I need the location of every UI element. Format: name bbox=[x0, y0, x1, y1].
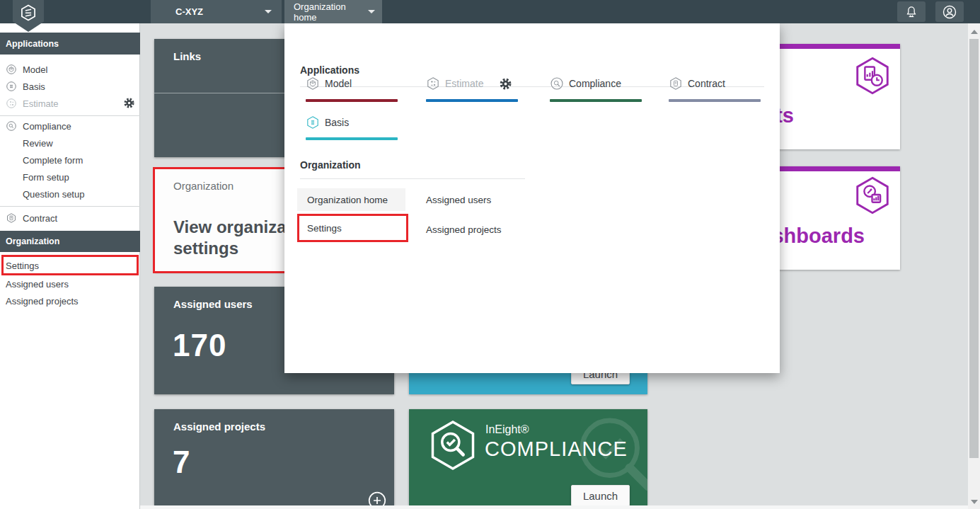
notifications-button[interactable] bbox=[897, 1, 926, 22]
sidebar-item-compliance[interactable]: Compliance bbox=[0, 118, 140, 135]
sidebar-item-estimate[interactable]: Estimate bbox=[0, 95, 140, 112]
plus-icon bbox=[368, 491, 386, 505]
panel-divider bbox=[300, 178, 525, 179]
panel-app-model[interactable]: Model bbox=[306, 74, 412, 93]
organization-home-menu-button[interactable]: Organization home bbox=[284, 0, 382, 23]
links-tile-title: Links bbox=[173, 50, 201, 62]
compliance-hex-icon bbox=[426, 418, 480, 473]
sidebar-item-label: Settings bbox=[6, 261, 39, 271]
contract-icon bbox=[669, 76, 683, 91]
navigation-menu-panel: Applications Model Estimate Compliance bbox=[284, 23, 780, 373]
sidebar-item-label: Estimate bbox=[23, 98, 59, 109]
horizontal-scrollbar-track[interactable] bbox=[140, 505, 968, 509]
sidebar-item-form-setup[interactable]: Form setup bbox=[0, 168, 140, 185]
sidebar-item-basis[interactable]: Basis bbox=[0, 78, 140, 95]
compliance-app-tile: InEight® COMPLIANCE Launch bbox=[409, 409, 647, 505]
model-icon bbox=[306, 76, 320, 91]
sidebar-item-assigned-users[interactable]: Assigned users bbox=[0, 276, 140, 292]
sidebar-item-label: Model bbox=[23, 64, 47, 75]
sidebar-divider bbox=[0, 115, 140, 116]
sidebar-organization-header: Organization bbox=[0, 231, 140, 252]
sidebar-item-assigned-projects[interactable]: Assigned projects bbox=[0, 293, 140, 309]
basis-icon bbox=[6, 81, 17, 92]
model-icon bbox=[6, 64, 17, 75]
sidebar-item-review[interactable]: Review bbox=[0, 135, 140, 151]
compliance-icon bbox=[6, 120, 17, 132]
sidebar-item-model[interactable]: Model bbox=[0, 61, 140, 78]
sidebar-item-label: Contract bbox=[23, 213, 57, 224]
ineight-logo-icon bbox=[19, 4, 38, 22]
organization-selector-value: C-XYZ bbox=[175, 6, 203, 17]
sidebar-item-label: Compliance bbox=[23, 121, 71, 132]
sidebar-item-settings[interactable]: Settings bbox=[0, 258, 140, 273]
gear-icon[interactable] bbox=[499, 77, 512, 91]
basis-icon bbox=[306, 115, 320, 130]
sidebar-item-label: Assigned users bbox=[6, 279, 69, 290]
model-underline bbox=[306, 99, 398, 102]
sidebar-item-label: Question setup bbox=[23, 189, 84, 200]
sidebar-item-label: Basis bbox=[23, 81, 45, 92]
panel-link-assigned-users[interactable]: Assigned users bbox=[426, 194, 491, 205]
account-button[interactable] bbox=[935, 1, 964, 22]
compliance-brand: InEight® bbox=[485, 423, 529, 436]
assigned-users-count: 170 bbox=[173, 328, 226, 363]
add-project-button[interactable] bbox=[368, 491, 386, 505]
contract-icon bbox=[6, 212, 17, 224]
estimate-icon bbox=[426, 76, 440, 91]
sidebar-item-label: Form setup bbox=[23, 172, 69, 183]
panel-app-label: Compliance bbox=[569, 78, 621, 89]
assigned-projects-tile: Assigned projects 7 bbox=[154, 409, 394, 505]
compliance-icon bbox=[550, 76, 564, 91]
basis-underline bbox=[306, 137, 398, 140]
vertical-scrollbar-thumb[interactable] bbox=[969, 39, 979, 458]
compliance-underline bbox=[550, 99, 642, 102]
panel-app-label: Model bbox=[325, 78, 352, 89]
assigned-projects-count: 7 bbox=[173, 445, 190, 480]
panel-organization-title: Organization bbox=[300, 159, 361, 171]
dashboards-icon bbox=[852, 175, 893, 216]
bell-icon bbox=[904, 5, 918, 19]
organization-tile-title: Organization bbox=[173, 180, 234, 192]
profile-icon bbox=[942, 4, 957, 20]
panel-link-organization-home[interactable]: Organization home bbox=[297, 188, 405, 211]
sidebar: Applications Model Basis Estimate bbox=[0, 23, 140, 509]
compliance-name: COMPLIANCE bbox=[485, 437, 628, 461]
panel-app-label: Estimate bbox=[445, 78, 483, 89]
panel-app-basis[interactable]: Basis bbox=[306, 113, 412, 132]
sidebar-item-label: Review bbox=[23, 138, 53, 149]
sidebar-item-complete-form[interactable]: Complete form bbox=[0, 151, 140, 168]
panel-app-label: Basis bbox=[325, 117, 349, 128]
sidebar-item-label: Assigned projects bbox=[6, 296, 79, 307]
scroll-down-arrow[interactable] bbox=[971, 500, 978, 504]
panel-app-compliance[interactable]: Compliance bbox=[550, 74, 656, 93]
panel-link-settings[interactable]: Settings bbox=[297, 214, 408, 242]
contract-underline bbox=[669, 99, 761, 102]
sidebar-item-contract[interactable]: Contract bbox=[0, 210, 140, 227]
sidebar-applications-header: Applications bbox=[0, 33, 140, 55]
panel-app-contract[interactable]: Contract bbox=[669, 74, 775, 93]
panel-link-assigned-projects[interactable]: Assigned projects bbox=[426, 224, 502, 235]
estimate-underline bbox=[426, 99, 518, 102]
scroll-up-arrow[interactable] bbox=[971, 30, 978, 34]
reports-icon bbox=[852, 55, 893, 96]
gear-icon[interactable] bbox=[123, 97, 135, 109]
chevron-down-icon bbox=[368, 10, 375, 13]
panel-app-estimate[interactable]: Estimate bbox=[426, 74, 539, 93]
assigned-projects-tile-title: Assigned projects bbox=[173, 421, 265, 433]
organization-selector[interactable]: C-XYZ bbox=[151, 0, 282, 23]
organization-home-label: Organization home bbox=[294, 1, 368, 23]
sidebar-item-label: Complete form bbox=[23, 155, 83, 166]
top-bar: C-XYZ Organization home bbox=[0, 0, 980, 23]
sidebar-divider bbox=[0, 206, 140, 207]
assigned-users-tile-title: Assigned users bbox=[173, 298, 253, 310]
compliance-launch-button[interactable]: Launch bbox=[571, 485, 630, 505]
chevron-down-icon bbox=[265, 10, 272, 13]
estimate-icon bbox=[6, 98, 17, 109]
sidebar-item-question-setup[interactable]: Question setup bbox=[0, 185, 140, 202]
panel-app-label: Contract bbox=[688, 78, 725, 89]
